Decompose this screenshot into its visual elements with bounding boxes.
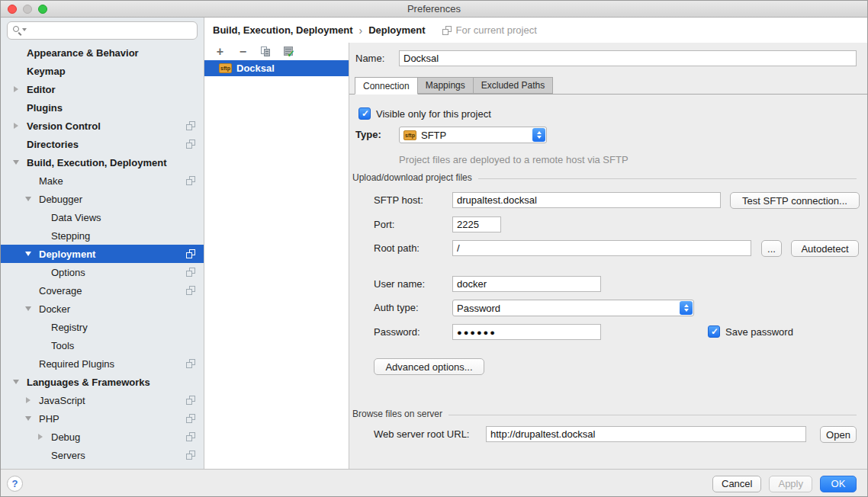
sidebar-item-label: Servers [51,450,85,461]
chevron-down-icon[interactable] [11,160,21,165]
per-project-icon [186,249,195,258]
sidebar-item-registry[interactable]: Registry [1,318,204,336]
autodetect-button[interactable]: Autodetect [791,240,859,257]
tab-excluded-paths[interactable]: Excluded Paths [473,77,553,94]
root-path-input[interactable] [452,240,751,256]
sidebar-item-docker[interactable]: Docker [1,300,204,318]
sidebar-item-label: Deployment [39,248,95,260]
sidebar-item-languages-frameworks[interactable]: Languages & Frameworks [1,373,204,391]
chevron-down-icon[interactable] [24,306,33,311]
tab-mappings[interactable]: Mappings [418,77,473,94]
ok-button[interactable]: OK [820,476,857,492]
sidebar-item-debugger[interactable]: Debugger [1,190,204,208]
chevron-down-icon[interactable] [24,416,33,421]
server-list-panel: +−✓ sftpDocksal [204,43,349,469]
sidebar-item-servers[interactable]: Servers [1,446,204,464]
cancel-button[interactable]: Cancel [712,476,761,492]
type-select[interactable]: sftp SFTP [399,127,547,143]
server-list: sftpDocksal [204,60,349,76]
select-stepper-icon [680,301,693,315]
per-project-icon [186,268,195,277]
apply-button[interactable]: Apply [769,476,812,492]
window-title: Preferences [407,3,461,14]
sidebar-item-label: Editor [27,84,56,95]
port-input[interactable] [452,216,501,232]
sidebar-item-make[interactable]: Make [1,172,204,190]
title-bar: Preferences [1,1,867,18]
sidebar-item-appearance-behavior[interactable]: Appearance & Behavior [1,43,204,62]
sidebar-item-data-views[interactable]: Data Views [1,208,204,226]
sidebar-item-label: Plugins [27,102,63,114]
password-label: Password: [374,326,420,338]
server-item-label: Docksal [236,63,275,74]
search-input[interactable] [31,23,194,38]
sidebar-item-label: Make [39,175,63,187]
server-list-toolbar: +−✓ [204,43,349,60]
sidebar-item-directories[interactable]: Directories [1,135,204,153]
sidebar-item-debug[interactable]: Debug [1,428,204,446]
type-label: Type: [355,129,381,140]
sidebar-item-options[interactable]: Options [1,263,204,281]
sidebar-item-tools[interactable]: Tools [1,336,204,354]
chevron-right-icon[interactable] [36,434,45,440]
remove-icon[interactable]: − [236,45,249,58]
per-project-icon [186,396,195,405]
chevron-right-icon[interactable] [24,397,33,403]
per-project-icon [186,451,195,460]
sidebar-item-stepping[interactable]: Stepping [1,226,204,245]
sidebar-item-required-plugins[interactable]: Required Plugins [1,354,204,373]
sidebar-item-label: Languages & Frameworks [27,377,150,388]
copy-icon[interactable] [259,45,272,58]
sftp-host-input[interactable] [452,192,721,208]
user-name-input[interactable] [452,276,601,292]
test-sftp-connection-button[interactable]: Test SFTP connection... [730,192,860,209]
sidebar-item-keymap[interactable]: Keymap [1,62,204,80]
sidebar-item-plugins[interactable]: Plugins [1,98,204,117]
sidebar-item-editor[interactable]: Editor [1,80,204,98]
breadcrumb-parent[interactable]: Build, Execution, Deployment [213,24,352,36]
password-input[interactable] [452,324,601,340]
sidebar-item-javascript[interactable]: JavaScript [1,391,204,409]
open-button[interactable]: Open [820,426,857,443]
zoom-button[interactable] [38,5,47,14]
save-password-checkbox[interactable] [708,325,720,338]
chevron-right-icon[interactable] [11,86,21,92]
sidebar-item-build-execution-deployment[interactable]: Build, Execution, Deployment [1,153,204,172]
web-root-input[interactable] [486,426,806,442]
breadcrumb: Build, Execution, Deployment › Deploymen… [204,18,867,43]
browse-section-header: Browse files on server [352,409,857,419]
chevron-down-icon[interactable] [24,197,33,201]
sidebar-item-label: Registry [51,322,88,333]
sidebar-item-version-control[interactable]: Version Control [1,117,204,135]
browse-root-path-button[interactable]: ... [761,240,782,257]
use-as-default-icon[interactable]: ✓ [282,45,295,58]
name-input[interactable] [399,50,857,66]
server-item-docksal[interactable]: sftpDocksal [204,60,349,76]
visible-only-checkbox[interactable] [358,107,371,120]
advanced-options-button[interactable]: Advanced options... [374,358,484,375]
help-button[interactable]: ? [7,476,23,492]
add-icon[interactable]: + [214,45,227,58]
footer-bar: ? Cancel Apply OK [1,469,867,497]
visible-only-label: Visible only for this project [376,108,491,120]
auth-type-select[interactable]: Password [452,300,694,316]
sidebar-item-php[interactable]: PHP [1,409,204,428]
sidebar-item-coverage[interactable]: Coverage [1,281,204,300]
chevron-down-icon[interactable] [24,252,33,256]
chevron-right-icon[interactable] [11,123,21,129]
root-path-label: Root path: [374,242,420,254]
minimize-button[interactable] [23,5,32,14]
sidebar-item-label: JavaScript [39,395,85,406]
sidebar-item-label: Docker [39,303,70,315]
search-box[interactable] [7,21,198,40]
sidebar-item-label: PHP [39,413,59,425]
sidebar-item-deployment[interactable]: Deployment [1,245,204,263]
chevron-down-icon[interactable] [11,380,21,384]
per-project-icon [186,359,195,368]
settings-tree: Appearance & BehaviorKeymapEditorPlugins… [1,42,204,469]
per-project-icon [186,139,195,149]
tab-connection[interactable]: Connection [355,77,418,95]
per-project-icon [186,286,195,295]
close-button[interactable] [8,5,17,14]
type-value: SFTP [421,130,446,141]
